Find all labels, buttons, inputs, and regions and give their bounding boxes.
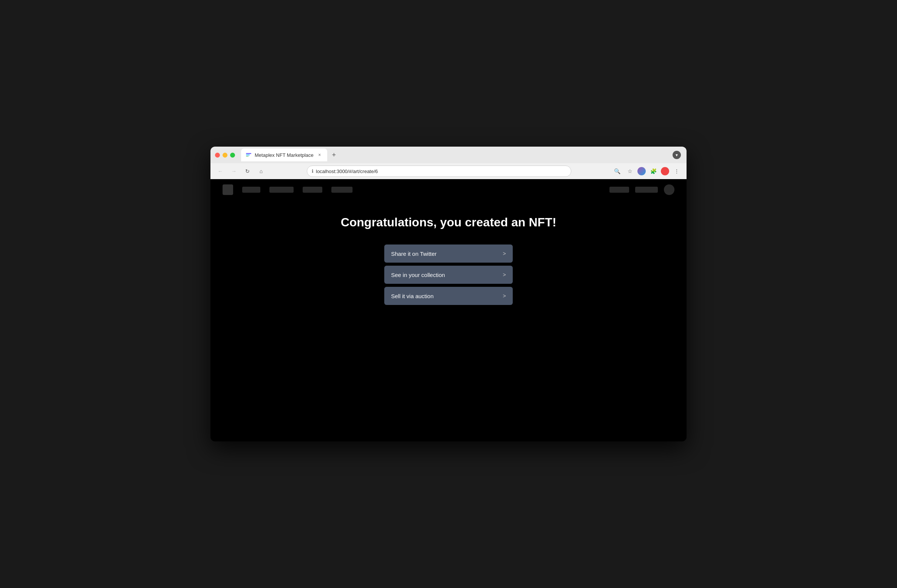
nav-right bbox=[609, 184, 674, 195]
forward-button[interactable]: → bbox=[229, 166, 239, 176]
security-icon: ℹ bbox=[312, 169, 314, 174]
maximize-button[interactable] bbox=[230, 153, 235, 158]
search-icon[interactable]: 🔍 bbox=[612, 166, 622, 176]
page-content: Congratulations, you created an NFT! Sha… bbox=[210, 179, 687, 441]
nav-item-4[interactable] bbox=[331, 187, 353, 193]
home-button[interactable]: ⌂ bbox=[256, 166, 266, 176]
sell-auction-button[interactable]: Sell it via auction > bbox=[384, 287, 513, 305]
see-collection-button[interactable]: See in your collection > bbox=[384, 266, 513, 284]
see-collection-arrow: > bbox=[503, 272, 506, 278]
profile-icon[interactable]: ▼ bbox=[671, 150, 682, 160]
user-avatar[interactable] bbox=[661, 167, 669, 175]
nav-right-item-1[interactable] bbox=[609, 187, 629, 193]
new-tab-button[interactable]: + bbox=[329, 150, 339, 160]
svg-rect-2 bbox=[246, 156, 249, 157]
nav-item-1[interactable] bbox=[242, 187, 260, 193]
see-collection-label: See in your collection bbox=[391, 272, 445, 278]
browser-window: Metaplex NFT Marketplace × + ▼ ← → ↻ ⌂ ℹ… bbox=[210, 147, 687, 441]
nav-item-3[interactable] bbox=[303, 187, 322, 193]
extensions-icon[interactable]: 🧩 bbox=[648, 166, 659, 176]
main-content: Congratulations, you created an NFT! Sha… bbox=[210, 200, 687, 441]
tab-bar: Metaplex NFT Marketplace × + bbox=[241, 149, 668, 161]
nav-right-item-2[interactable] bbox=[635, 187, 658, 193]
address-bar[interactable]: ℹ localhost:3000/#/art/create/6 bbox=[307, 166, 571, 177]
nav-left bbox=[223, 184, 353, 195]
congrats-title: Congratulations, you created an NFT! bbox=[341, 215, 557, 229]
profile-avatar[interactable] bbox=[637, 167, 646, 175]
nav-item-2[interactable] bbox=[269, 187, 294, 193]
minimize-button[interactable] bbox=[223, 153, 227, 158]
bookmark-icon[interactable]: ☆ bbox=[625, 166, 635, 176]
share-twitter-label: Share it on Twitter bbox=[391, 251, 437, 257]
url-text: localhost:3000/#/art/create/6 bbox=[316, 169, 378, 174]
browser-titlebar: Metaplex NFT Marketplace × + ▼ bbox=[210, 147, 687, 163]
active-tab[interactable]: Metaplex NFT Marketplace × bbox=[241, 149, 327, 161]
nav-right-avatar[interactable] bbox=[664, 184, 674, 195]
sell-auction-label: Sell it via auction bbox=[391, 293, 434, 299]
share-twitter-button[interactable]: Share it on Twitter > bbox=[384, 244, 513, 263]
tab-close-button[interactable]: × bbox=[317, 152, 323, 158]
close-button[interactable] bbox=[215, 153, 220, 158]
share-twitter-arrow: > bbox=[503, 251, 506, 257]
tab-favicon bbox=[246, 152, 252, 158]
page-nav bbox=[210, 179, 687, 200]
menu-icon[interactable]: ⋮ bbox=[671, 166, 682, 176]
svg-rect-1 bbox=[246, 155, 250, 156]
browser-toolbar: ← → ↻ ⌂ ℹ localhost:3000/#/art/create/6 … bbox=[210, 163, 687, 179]
toolbar-right: 🔍 ☆ 🧩 ⋮ bbox=[612, 166, 682, 176]
action-buttons: Share it on Twitter > See in your collec… bbox=[384, 244, 513, 305]
traffic-lights bbox=[215, 153, 235, 158]
reload-button[interactable]: ↻ bbox=[242, 166, 253, 176]
tab-title: Metaplex NFT Marketplace bbox=[255, 152, 314, 158]
site-logo bbox=[223, 184, 233, 195]
back-button[interactable]: ← bbox=[215, 166, 226, 176]
sell-auction-arrow: > bbox=[503, 293, 506, 299]
svg-rect-0 bbox=[246, 153, 251, 154]
